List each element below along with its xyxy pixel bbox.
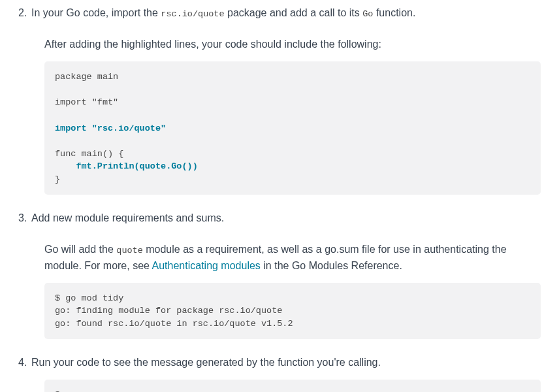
step-3-sub: Go will add the quote module as a requir… — [44, 242, 541, 273]
text: in the Go Modules Reference. — [261, 260, 402, 271]
inline-code: rsc.io/quote — [161, 9, 224, 19]
step-2-intro: In your Go code, import the rsc.io/quote… — [31, 5, 541, 21]
code-block-tidy: $ go mod tidy go: finding module for pac… — [44, 283, 541, 340]
tutorial-steps: In your Go code, import the rsc.io/quote… — [18, 5, 541, 392]
highlighted-line: import "rsc.io/quote" — [55, 123, 166, 133]
code-block-run: $ go run . Don't communicate by sharing … — [44, 380, 541, 392]
step-4: Run your code to see the message generat… — [18, 355, 541, 392]
inline-code: quote — [116, 246, 143, 255]
authenticating-modules-link[interactable]: Authenticating modules — [152, 260, 261, 271]
code-block-go: package main import "fmt" import "rsc.io… — [44, 61, 541, 195]
highlighted-line: fmt.Println(quote.Go()) — [76, 161, 197, 171]
inline-code: Go — [362, 9, 373, 19]
text: package and add a call to its — [225, 7, 363, 18]
step-2-sub: After adding the highlighted lines, your… — [44, 37, 541, 52]
step-2: In your Go code, import the rsc.io/quote… — [18, 5, 541, 195]
step-4-intro: Run your code to see the message generat… — [31, 355, 541, 370]
step-3-intro: Add new module requirements and sums. — [31, 210, 541, 226]
text: function. — [373, 7, 415, 18]
text: Go will add the — [44, 244, 116, 255]
step-3: Add new module requirements and sums. Go… — [18, 210, 541, 339]
text: In your Go code, import the — [31, 7, 161, 18]
